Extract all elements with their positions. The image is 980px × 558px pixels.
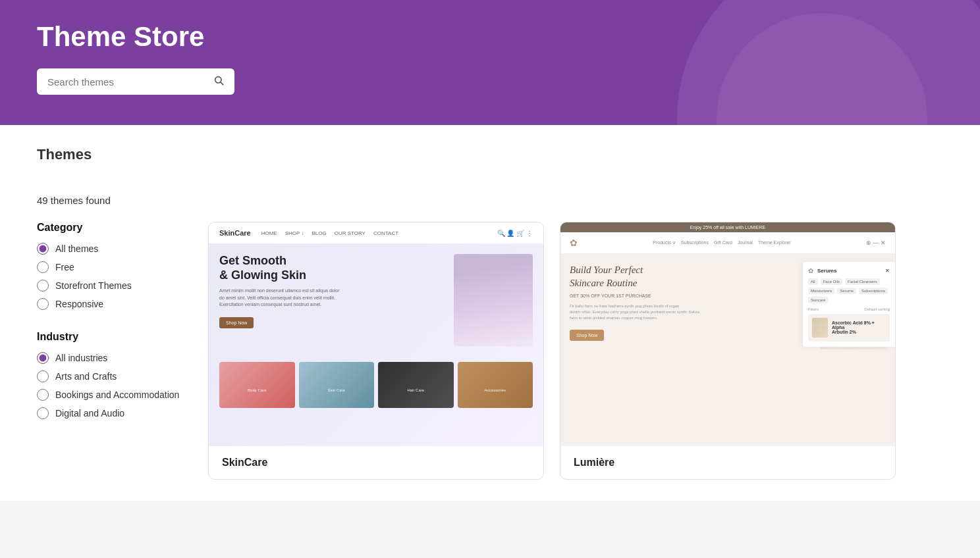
industry-section-title: Industry [37,331,182,343]
industry-bookings[interactable]: Bookings and Accommodation [37,389,182,401]
theme-card-skincare-footer: SkinCare [209,446,543,479]
skincare-hero-title: Get Smooth& Glowing Skin [219,254,446,282]
skincare-hero-desc: Amet minim mollit non deserunt ullamco e… [219,288,446,309]
lumiere-hero-desc: Fit baby farm no-hate hashemi-synth pug … [570,303,813,321]
category-responsive-radio[interactable] [37,298,49,310]
theme-card-lumiere-name: Lumière [574,457,614,468]
category-all-themes[interactable]: All themes [37,243,182,255]
skincare-mockup: SkinCare HOME SHOP ↓ BLOG OUR STORY CONT… [209,222,543,446]
category-free[interactable]: Free [37,261,182,273]
themes-grid: SkinCare HOME SHOP ↓ BLOG OUR STORY CONT… [208,222,943,480]
lumiere-nav: ✿ Products ∨ Subscriptions Gift Card Jou… [560,232,895,253]
theme-card-skincare[interactable]: SkinCare HOME SHOP ↓ BLOG OUR STORY CONT… [208,222,544,480]
industry-digital-radio[interactable] [37,407,49,419]
svg-line-1 [221,82,223,85]
lumiere-sidebar: ✿ Serums ✕ All Face Oils Facial Cleanser… [803,262,895,347]
industry-arts[interactable]: Arts and Crafts [37,370,182,382]
lumiere-filter-row: All Face Oils Facial Cleansers Moisturiz… [808,278,890,303]
category-storefront-radio[interactable] [37,280,49,292]
theme-card-lumiere-footer: Lumière [560,446,895,479]
lumiere-product-name: Ascorbic Acid 8% + AlphaArbutin 2% [832,320,886,334]
skincare-product-4: Accessories [458,362,533,408]
lumiere-product-img [812,318,828,338]
sidebar: Category All themes Free Storefront Them… [37,222,182,480]
skincare-cta-btn[interactable]: Shop Now [219,317,254,328]
theme-card-skincare-name: SkinCare [222,457,267,468]
industry-all-radio[interactable] [37,352,49,364]
skincare-person-img [454,254,533,346]
category-responsive[interactable]: Responsive [37,298,182,310]
lumiere-cta-btn[interactable]: Shop Now [570,330,604,341]
industry-bookings-label: Bookings and Accommodation [55,390,179,400]
lumiere-sidebar-close: ✕ [885,268,890,274]
lumiere-hero-text: Build Your PerfectSkincare Routine GET 3… [570,264,813,349]
lumiere-nav-items: Products ∨ Subscriptions Gift Card Journ… [653,240,790,245]
industry-arts-label: Arts and Crafts [55,371,117,382]
lumiere-logo: ✿ [570,238,578,248]
skincare-hero-img [454,254,533,346]
themes-heading: Themes [37,146,943,163]
category-radio-group: All themes Free Storefront Themes Respon… [37,243,182,310]
theme-card-lumiere[interactable]: Enjoy 25% off all sale with LUMIERE ✿ Pr… [560,222,896,480]
category-free-label: Free [55,262,74,272]
skincare-brand: SkinCare [219,229,251,237]
category-storefront-label: Storefront Themes [55,280,132,291]
category-all-themes-label: All themes [55,243,98,254]
skincare-hero: Get Smooth& Glowing Skin Amet minim moll… [209,243,543,357]
lumiere-filter-bar: Filters Default sorting [808,307,890,311]
industry-bookings-radio[interactable] [37,389,49,401]
skincare-nav-items: HOME SHOP ↓ BLOG OUR STORY CONTACT [261,230,398,236]
category-all-themes-radio[interactable] [37,243,49,255]
skincare-product-3: Hair Care [378,362,454,408]
skincare-nav-icons: 🔍 👤 🛒 ⋮ [497,230,533,237]
industry-all-label: All industries [55,353,107,363]
skincare-nav: SkinCare HOME SHOP ↓ BLOG OUR STORY CONT… [209,222,543,243]
page-title: Theme Store [37,21,943,53]
content-layout: Category All themes Free Storefront Them… [37,222,943,480]
industry-digital-label: Digital and Audio [55,408,124,419]
search-bar [37,68,234,95]
lumiere-hero-title: Build Your PerfectSkincare Routine [570,264,813,290]
skincare-product-2: Skin Care [299,362,375,408]
lumiere-mockup: Enjoy 25% off all sale with LUMIERE ✿ Pr… [560,222,895,446]
theme-card-lumiere-img: Enjoy 25% off all sale with LUMIERE ✿ Pr… [560,222,895,446]
search-input[interactable] [47,76,213,88]
lumiere-product-item: Ascorbic Acid 8% + AlphaArbutin 2% [808,314,890,342]
category-storefront[interactable]: Storefront Themes [37,280,182,292]
category-free-radio[interactable] [37,261,49,273]
search-button[interactable] [213,75,224,88]
skincare-product-1: Body Care [219,362,295,408]
theme-card-skincare-img: SkinCare HOME SHOP ↓ BLOG OUR STORY CONT… [209,222,543,446]
industry-all[interactable]: All industries [37,352,182,364]
lumiere-banner: Enjoy 25% off all sale with LUMIERE [560,222,895,232]
lumiere-sidebar-logo: ✿ [808,267,813,274]
themes-found-count: 49 themes found [37,195,943,206]
industry-arts-radio[interactable] [37,370,49,382]
category-section-title: Category [37,222,182,234]
lumiere-nav-icons: ⊕ — ✕ [866,240,886,246]
main-content: Themes 49 themes found Category All them… [0,125,980,501]
search-icon [213,75,224,86]
category-responsive-label: Responsive [55,299,103,309]
industry-digital[interactable]: Digital and Audio [37,407,182,419]
page-header: Theme Store [0,0,980,125]
skincare-hero-text: Get Smooth& Glowing Skin Amet minim moll… [219,254,446,328]
industry-radio-group: All industries Arts and Crafts Bookings … [37,352,182,419]
skincare-products: Body Care Skin Care Hair Care Accessorie… [209,357,543,413]
lumiere-sidebar-brand: Serums [817,268,836,274]
lumiere-hero-subtitle: GET 30% OFF YOUR 1ST PURCHASE [570,293,813,298]
